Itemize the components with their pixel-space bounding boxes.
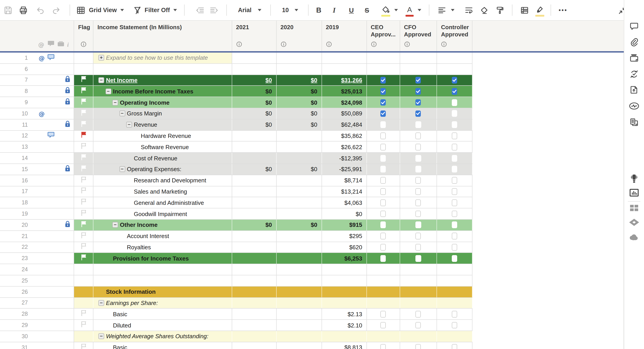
checkbox-unchecked[interactable] (452, 110, 458, 117)
checkbox-unchecked[interactable] (380, 344, 386, 349)
info-icon[interactable] (326, 41, 332, 49)
checkbox-unchecked[interactable] (416, 166, 421, 173)
wrap-text-icon[interactable] (464, 0, 473, 20)
flag-cell[interactable] (74, 264, 94, 275)
cell-y2020[interactable] (276, 64, 322, 74)
cell-controller-approved[interactable] (437, 286, 472, 297)
checkbox-unchecked[interactable] (452, 166, 458, 173)
cell-ceo-approved[interactable] (367, 75, 400, 86)
cell-y2019[interactable] (322, 331, 367, 342)
flag-cell[interactable] (74, 120, 94, 130)
flag-cell[interactable] (74, 97, 94, 108)
checkbox-unchecked[interactable] (452, 99, 458, 106)
checkbox-unchecked[interactable] (416, 144, 421, 150)
gray-flag-icon[interactable] (80, 187, 87, 196)
cell-cfo-approved[interactable] (400, 298, 437, 308)
column-header-ceo[interactable]: CEO Approv... (367, 21, 400, 51)
cell-y2021[interactable]: $0 (232, 86, 276, 97)
cell-y2020[interactable] (276, 298, 322, 308)
chevron-down-icon[interactable] (120, 0, 124, 20)
cell-ceo-approved[interactable] (367, 175, 400, 186)
cell-y2020[interactable] (276, 153, 322, 164)
collapse-toggle[interactable]: − (112, 100, 118, 105)
cell-y2020[interactable]: $0 (276, 164, 322, 175)
cell-controller-approved[interactable] (437, 220, 472, 230)
cell-cfo-approved[interactable] (400, 198, 437, 208)
flag-cell[interactable] (74, 320, 94, 330)
cell-primary[interactable]: Royalties (94, 242, 232, 253)
cell-controller-approved[interactable] (437, 52, 472, 63)
info-icon[interactable] (441, 41, 447, 49)
checkbox-unchecked[interactable] (380, 244, 386, 250)
cell-y2021[interactable] (232, 64, 276, 74)
cell-y2021[interactable] (232, 153, 276, 164)
cell-y2021[interactable] (232, 286, 276, 297)
collapse-toggle[interactable]: − (119, 111, 125, 116)
column-header-primary[interactable]: Income Statement (In Millions) (94, 21, 232, 51)
cell-primary[interactable]: Provision for Income Taxes (94, 253, 232, 264)
cell-controller-approved[interactable] (437, 153, 472, 164)
row-number[interactable]: 22 (0, 242, 36, 253)
cell-y2021[interactable] (232, 298, 276, 308)
column-header-cfo[interactable]: CFO Approved (400, 21, 437, 51)
cell-cfo-approved[interactable] (400, 142, 437, 152)
collapse-toggle[interactable]: − (112, 222, 118, 228)
row-number[interactable]: 20 (0, 220, 36, 230)
row-number[interactable]: 9 (0, 97, 36, 108)
column-header-y2021[interactable]: 2021 (232, 21, 276, 51)
checkbox-checked[interactable] (380, 110, 386, 117)
checkbox-unchecked[interactable] (416, 121, 421, 128)
cell-primary[interactable]: Stock Information (94, 286, 232, 297)
cell-primary[interactable]: Software Revenue (94, 142, 232, 152)
gray-flag-icon[interactable] (80, 243, 87, 252)
cell-cfo-approved[interactable] (400, 86, 437, 97)
italic-icon[interactable]: I (333, 0, 336, 20)
cell-y2020[interactable]: $0 (276, 220, 322, 230)
fill-color-icon[interactable] (381, 0, 390, 20)
checkbox-unchecked[interactable] (416, 222, 421, 228)
cell-y2021[interactable]: $0 (232, 220, 276, 230)
checkbox-unchecked[interactable] (452, 233, 457, 240)
cell-y2020[interactable]: $0 (276, 108, 322, 119)
checkbox-unchecked[interactable] (380, 144, 386, 150)
cell-cfo-approved[interactable] (400, 75, 437, 86)
cell-y2021[interactable] (232, 275, 276, 286)
cell-ceo-approved[interactable] (367, 86, 400, 97)
checkbox-checked[interactable] (380, 88, 386, 94)
checkbox-unchecked[interactable] (452, 155, 458, 162)
gray-flag-icon[interactable] (80, 198, 87, 207)
collapse-toggle[interactable]: − (98, 77, 104, 83)
info-icon[interactable] (404, 41, 410, 49)
gray-flag-icon[interactable] (80, 321, 87, 330)
chevron-down-icon[interactable] (294, 0, 298, 20)
white-flag-icon[interactable] (80, 98, 87, 107)
flag-cell[interactable] (74, 208, 94, 219)
checkbox-checked[interactable] (416, 99, 421, 106)
bold-icon[interactable]: B (316, 0, 321, 20)
cell-controller-approved[interactable] (437, 186, 472, 197)
white-flag-icon[interactable] (80, 165, 87, 174)
cell-controller-approved[interactable] (437, 130, 472, 141)
cell-primary[interactable] (94, 264, 232, 275)
cell-controller-approved[interactable] (437, 208, 472, 219)
apps-icon[interactable] (630, 204, 638, 214)
checkbox-unchecked[interactable] (452, 344, 457, 349)
cell-y2020[interactable] (276, 264, 322, 275)
proofs-icon[interactable] (629, 54, 639, 64)
row-number[interactable]: 26 (0, 286, 36, 297)
flag-cell[interactable] (74, 331, 94, 342)
cell-y2020[interactable] (276, 142, 322, 152)
filter-icon[interactable] (133, 0, 142, 20)
cell-primary[interactable] (94, 64, 232, 74)
cell-ceo-approved[interactable] (367, 52, 400, 63)
checkbox-unchecked[interactable] (452, 222, 458, 228)
flag-cell[interactable] (74, 286, 94, 297)
cell-y2019[interactable]: $50,089 (322, 108, 367, 119)
grid-view-icon[interactable] (76, 0, 85, 20)
checkbox-unchecked[interactable] (380, 177, 386, 184)
publish-icon[interactable] (629, 85, 639, 96)
cell-ceo-approved[interactable] (367, 309, 400, 320)
cell-y2021[interactable]: $0 (232, 108, 276, 119)
cell-cfo-approved[interactable] (400, 108, 437, 119)
checkbox-unchecked[interactable] (416, 322, 421, 328)
